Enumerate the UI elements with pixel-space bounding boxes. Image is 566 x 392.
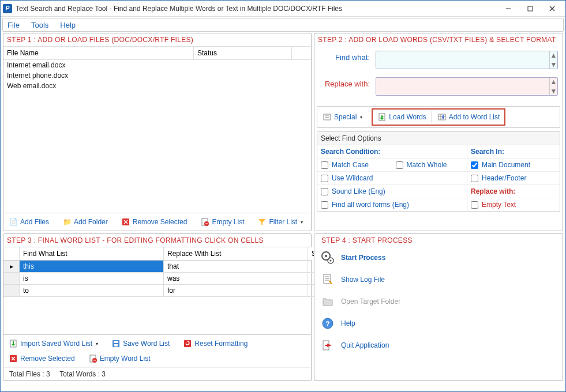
word-row[interactable]: is was <box>3 273 311 285</box>
use-wildcard-option[interactable]: Use Wildcard <box>317 172 467 185</box>
empty-list-button[interactable]: Empty List <box>196 215 248 229</box>
dropdown-caret-icon: ▾ <box>301 220 303 225</box>
match-whole-checkbox[interactable] <box>396 161 403 169</box>
folder-open-icon <box>320 294 335 309</box>
file-row[interactable]: Internet phone.docx <box>3 70 311 81</box>
start-process-button[interactable]: Start Process <box>318 247 559 269</box>
maximize-button[interactable] <box>519 2 541 16</box>
step4-panel: STEP 4 : START PROCESS Start Process Sho… <box>314 233 563 381</box>
start-process-label: Start Process <box>341 254 385 262</box>
search-in-head: Search In: <box>467 145 560 159</box>
main-document-checkbox[interactable] <box>471 161 478 169</box>
load-words-button[interactable]: Load Words <box>373 110 430 124</box>
step2-panel: STEP 2 : ADD OR LOAD WORDS (CSV/TXT FILE… <box>314 33 563 231</box>
word-row[interactable]: to for <box>3 285 311 297</box>
find-all-forms-checkbox[interactable] <box>321 201 328 209</box>
svg-text:?: ? <box>325 320 329 328</box>
file-list-header: File Name Status <box>3 46 311 60</box>
word-list-header: Find What List Replace With List Status <box>3 247 311 261</box>
col-find-what[interactable]: Find What List <box>20 247 164 260</box>
svg-rect-1 <box>528 6 533 11</box>
col-replace-with[interactable]: Replace With List <box>164 247 308 260</box>
add-to-word-list-button[interactable]: Add to Word List <box>433 110 504 124</box>
close-button[interactable] <box>541 2 563 16</box>
header-footer-checkbox[interactable] <box>471 175 478 182</box>
menu-file[interactable]: File <box>8 21 20 29</box>
find-what-cell[interactable]: is <box>20 273 164 285</box>
open-target-folder-button[interactable]: Open Target Folder <box>318 291 559 312</box>
main-document-option[interactable]: Main Document <box>467 159 560 172</box>
find-options-panel: Select Find Options Search Condition: Ma… <box>317 131 560 212</box>
menubar: File Tools Help <box>2 18 564 32</box>
special-label: Special <box>334 113 357 121</box>
find-what-cell[interactable]: to <box>20 285 164 297</box>
filter-list-label: Filter List <box>269 218 297 226</box>
header-footer-option[interactable]: Header/Footer <box>467 172 560 185</box>
empty-text-checkbox[interactable] <box>471 201 478 209</box>
word-row[interactable]: ▸ this that <box>3 261 311 273</box>
menu-help[interactable]: Help <box>60 21 76 29</box>
match-case-option[interactable]: Match Case <box>317 159 392 172</box>
show-log-button[interactable]: Show Log File <box>318 269 559 291</box>
remove-selected-button[interactable]: Remove Selected <box>117 215 192 229</box>
quit-button[interactable]: Quit Application <box>318 334 559 356</box>
use-wildcard-label: Use Wildcard <box>332 174 373 182</box>
row-selector-icon[interactable]: ▸ <box>3 261 20 273</box>
exit-icon <box>320 338 335 353</box>
filter-list-button[interactable]: Filter List▾ <box>253 215 307 229</box>
step1-panel: STEP 1 : ADD OR LOAD FILES (DOC/DOCX/RTF… <box>3 33 312 231</box>
col-filename[interactable]: File Name <box>3 47 194 59</box>
remove-selected-word-button[interactable]: Remove Selected <box>5 352 79 365</box>
add-file-icon: 📄 <box>9 217 18 227</box>
svg-rect-28 <box>114 341 118 343</box>
find-all-forms-option[interactable]: Find all word forms (Eng) <box>317 198 467 212</box>
menu-tools[interactable]: Tools <box>31 21 48 29</box>
app-icon: P <box>3 4 12 13</box>
find-what-input-wrap: ▲▼ <box>376 51 558 69</box>
word-list[interactable]: ▸ this that is was to for <box>3 261 311 297</box>
use-wildcard-checkbox[interactable] <box>321 175 328 182</box>
add-files-label: Add Files <box>20 218 49 226</box>
save-word-list-button[interactable]: Save Word List <box>107 337 174 350</box>
col-status[interactable]: Status <box>194 47 292 59</box>
dropdown-caret-icon: ▾ <box>360 115 362 120</box>
reset-formatting-button[interactable]: Reset Formatting <box>179 337 252 350</box>
minimize-button[interactable] <box>497 2 519 16</box>
file-row[interactable]: Web email.docx <box>3 81 311 91</box>
help-button[interactable]: ? Help <box>318 312 559 334</box>
file-list[interactable]: Internet email.docx Internet phone.docx … <box>3 60 311 213</box>
file-row[interactable]: Internet email.docx <box>3 60 311 70</box>
chevron-up-icon: ▲ <box>550 78 557 86</box>
sound-like-option[interactable]: Sound Like (Eng) <box>317 185 467 198</box>
empty-list-label: Empty List <box>212 218 244 226</box>
find-spinner[interactable]: ▲▼ <box>549 51 557 69</box>
show-log-label: Show Log File <box>341 276 385 284</box>
find-what-input[interactable] <box>376 51 549 69</box>
replace-with-cell[interactable]: was <box>164 273 308 285</box>
match-whole-option[interactable]: Match Whole <box>392 159 467 172</box>
empty-text-option[interactable]: Empty Text <box>467 198 560 212</box>
empty-word-list-button[interactable]: Empty Word List <box>84 352 155 365</box>
dropdown-caret-icon: ▾ <box>96 341 98 346</box>
replace-with-input-wrap: ▲▼ <box>376 77 558 96</box>
special-button[interactable]: Special▾ <box>318 110 366 124</box>
import-word-list-button[interactable]: Import Saved Word List▾ <box>5 337 102 350</box>
sound-like-checkbox[interactable] <box>321 188 328 195</box>
find-what-cell[interactable]: this <box>20 261 164 273</box>
special-icon <box>323 112 332 122</box>
add-files-button[interactable]: 📄Add Files <box>5 215 53 229</box>
chevron-up-icon: ▲ <box>550 51 557 59</box>
search-condition-head: Search Condition: <box>317 145 467 159</box>
match-case-checkbox[interactable] <box>321 161 328 169</box>
remove-icon <box>121 217 130 227</box>
quit-label: Quit Application <box>341 341 389 349</box>
remove-selected-label: Remove Selected <box>133 218 188 226</box>
gear-icon <box>320 250 335 265</box>
window-title: Text Search and Replace Tool - Find and … <box>16 5 497 13</box>
replace-with-head: Replace with: <box>467 185 560 198</box>
replace-spinner[interactable]: ▲▼ <box>549 78 557 95</box>
replace-with-input[interactable] <box>376 78 549 95</box>
replace-with-cell[interactable]: for <box>164 285 308 297</box>
replace-with-cell[interactable]: that <box>164 261 308 273</box>
add-folder-button[interactable]: 📁Add Folder <box>58 215 112 229</box>
